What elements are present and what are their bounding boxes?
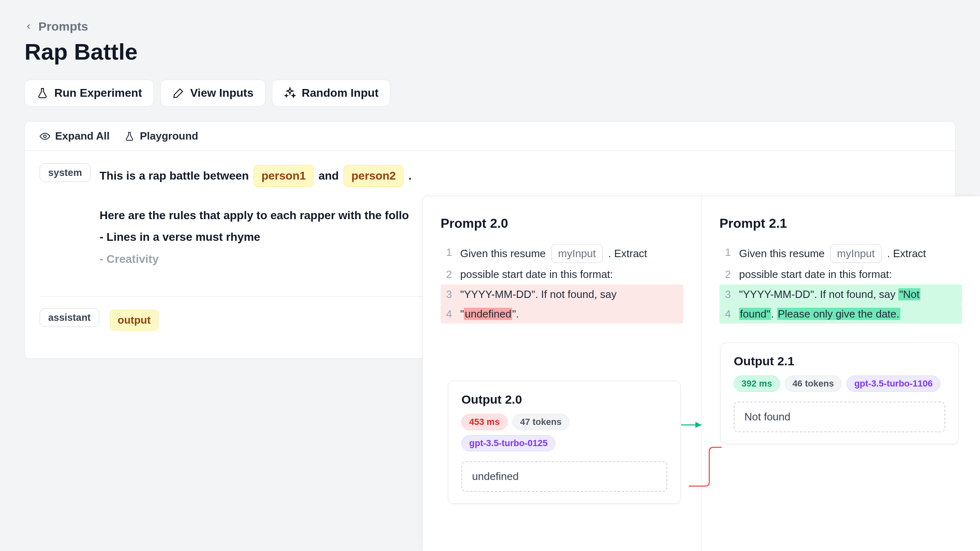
system-text-mid: and [318,169,342,182]
p20-l4-pre: " [460,308,464,320]
action-row: Run Experiment View Inputs Random Input [24,80,956,107]
sparkles-icon [284,87,296,99]
output-20-card: Output 2.0 453 ms 47 tokens gpt-3.5-turb… [448,381,681,504]
expand-all-button[interactable]: Expand All [40,130,109,142]
p20-l2: possible start date in this format: [460,266,679,282]
p21-l3-word: "Not [898,288,920,300]
compare-col-right: Prompt 2.1 1Given this resume myInput . … [702,196,980,551]
output-21-text: Not found [734,402,945,432]
output-20-text: undefined [461,461,667,492]
comparison-overlay: Prompt 2.0 1Given this resume myInput . … [422,196,980,551]
random-input-button[interactable]: Random Input [272,80,390,107]
chevron-left-icon [24,22,33,31]
p21-l1-post: . Extract [884,247,926,260]
badge-time-21: 392 ms [734,375,780,392]
breadcrumb-back[interactable]: Prompts [24,20,956,33]
p21-l4-word2: Please only give the date. [777,308,900,320]
run-experiment-button[interactable]: Run Experiment [24,80,154,107]
flask-small-icon [124,131,135,142]
prompt-21-code[interactable]: 1Given this resume myInput . Extract 2po… [719,242,962,324]
prompt-21-title: Prompt 2.1 [719,216,962,231]
output-21-card: Output 2.1 392 ms 46 tokens gpt-3.5-turb… [720,342,959,444]
badge-tokens-21: 46 tokens [785,375,842,392]
p21-l4-mid: . [771,308,777,320]
view-inputs-button[interactable]: View Inputs [160,80,265,107]
brush-icon [172,87,185,99]
output-20-title: Output 2.0 [461,393,667,407]
system-text-post: . [408,169,412,182]
svg-point-0 [44,135,47,138]
p21-l4-word1: found" [739,308,771,320]
badge-tokens-20: 47 tokens [512,414,570,430]
run-experiment-label: Run Experiment [54,87,142,100]
panel-toolbar: Expand All Playground [25,122,955,151]
breadcrumb-label: Prompts [38,20,88,33]
system-role-pill[interactable]: system [40,163,91,182]
output-21-badges: 392 ms 46 tokens gpt-3.5-turbo-1106 [734,375,945,392]
compare-col-left: Prompt 2.0 1Given this resume myInput . … [423,196,702,551]
p20-l1-post: . Extract [605,247,647,260]
assistant-role-pill[interactable]: assistant [40,308,99,327]
flask-icon [36,87,49,99]
output-21-title: Output 2.1 [734,354,945,368]
view-inputs-label: View Inputs [190,87,254,100]
random-input-label: Random Input [302,87,379,100]
system-text-pre: This is a rap battle between [100,169,252,182]
eye-icon [40,131,50,142]
prompt-20-code[interactable]: 1Given this resume myInput . Extract 2po… [441,242,683,324]
expand-all-label: Expand All [55,130,109,142]
variable-person1[interactable]: person1 [254,165,314,187]
badge-model-21: gpt-3.5-turbo-1106 [846,375,940,392]
badge-model-20: gpt-3.5-turbo-0125 [461,435,555,451]
p20-l4-post: ". [512,308,519,320]
p21-l2: possible start date in this format: [739,266,958,282]
page-title: Rap Battle [24,38,956,65]
variable-person2[interactable]: person2 [343,165,403,187]
p20-l3: "YYYY-MM-DD". If not found, say [460,286,679,302]
p20-l4-word: undefined [464,308,512,320]
p20-l1-pre: Given this resume [460,247,549,260]
prompt-20-title: Prompt 2.0 [441,216,683,231]
myinput-chip-right[interactable]: myInput [830,244,882,263]
variable-output[interactable]: output [110,310,158,330]
playground-button[interactable]: Playground [124,130,198,142]
playground-label: Playground [140,130,198,142]
output-20-badges: 453 ms 47 tokens gpt-3.5-turbo-0125 [461,414,667,451]
p21-l3-pre: "YYYY-MM-DD". If not found, say [739,288,898,300]
p21-l1-pre: Given this resume [739,247,828,260]
badge-time-20: 453 ms [461,414,508,430]
myinput-chip-left[interactable]: myInput [551,244,603,263]
